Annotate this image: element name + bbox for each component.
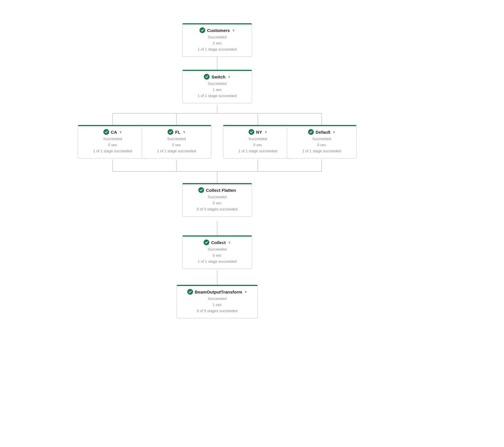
default-status: Succeeded 0 sec 1 of 1 stage succeeded bbox=[291, 136, 353, 154]
chevron-ny[interactable]: ∨ bbox=[264, 130, 267, 134]
customers-title: Customers bbox=[207, 28, 230, 33]
ca-title: CA bbox=[111, 130, 117, 135]
node-ca-header: CA ∨ bbox=[82, 129, 144, 135]
check-icon-collect-flatten bbox=[198, 187, 204, 193]
node-fl[interactable]: FL ∨ Succeeded 0 sec 1 of 1 stage succee… bbox=[142, 125, 211, 158]
node-switch[interactable]: Switch ∨ Succeeded 1 sec 1 of 1 stage su… bbox=[182, 70, 252, 103]
switch-title: Switch bbox=[211, 74, 225, 79]
chevron-fl[interactable]: ∨ bbox=[183, 130, 186, 134]
check-icon-ny bbox=[249, 129, 254, 135]
chevron-collect[interactable]: ∨ bbox=[228, 240, 231, 244]
customers-status: Succeeded 2 sec 1 of 1 stage succeeded bbox=[186, 34, 248, 52]
node-customers-header: Customers ∨ bbox=[186, 27, 248, 33]
node-ny[interactable]: NY ∨ Succeeded 0 sec 1 of 1 stage succee… bbox=[223, 125, 293, 158]
node-collect-header: Collect ∨ bbox=[186, 239, 248, 245]
connectors bbox=[78, 9, 426, 439]
check-icon-beam-output bbox=[187, 289, 193, 295]
check-icon-fl bbox=[168, 129, 173, 135]
ca-status: Succeeded 0 sec 1 of 1 stage succeeded bbox=[82, 136, 144, 154]
check-icon-switch bbox=[204, 74, 210, 80]
switch-status: Succeeded 1 sec 1 of 1 stage succeeded bbox=[186, 81, 248, 99]
node-collect-flatten[interactable]: Collect Flatten Succeeded 0 sec 0 of 0 s… bbox=[182, 183, 252, 217]
beam-output-title: BeamOutputTransform bbox=[195, 289, 242, 294]
check-icon-collect bbox=[204, 239, 209, 245]
chevron-default[interactable]: ∨ bbox=[333, 130, 335, 134]
node-customers[interactable]: Customers ∨ Succeeded 2 sec 1 of 1 stage… bbox=[182, 23, 252, 57]
fl-status: Succeeded 0 sec 1 of 1 stage succeeded bbox=[145, 136, 208, 154]
collect-status: Succeeded 0 sec 1 of 1 stage succeeded bbox=[186, 246, 248, 264]
collect-flatten-title: Collect Flatten bbox=[206, 188, 236, 193]
node-ca[interactable]: CA ∨ Succeeded 0 sec 1 of 1 stage succee… bbox=[78, 125, 147, 158]
fl-title: FL bbox=[175, 130, 180, 135]
node-collect-flatten-header: Collect Flatten bbox=[186, 187, 248, 193]
collect-title: Collect bbox=[211, 240, 226, 245]
beam-output-status: Succeeded 1 sec 5 of 5 stages succeeded bbox=[180, 296, 254, 314]
node-beam-output-header: BeamOutputTransform ∨ bbox=[180, 289, 254, 295]
default-title: Default bbox=[316, 130, 330, 135]
check-icon-default bbox=[308, 129, 314, 135]
node-collect[interactable]: Collect ∨ Succeeded 0 sec 1 of 1 stage s… bbox=[182, 235, 252, 269]
node-fl-header: FL ∨ bbox=[145, 129, 208, 135]
node-default[interactable]: Default ∨ Succeeded 0 sec 1 of 1 stage s… bbox=[287, 125, 357, 158]
pipeline-diagram: Customers ∨ Succeeded 2 sec 1 of 1 stage… bbox=[78, 9, 426, 439]
check-icon-ca bbox=[103, 129, 109, 135]
collect-flatten-status: Succeeded 0 sec 0 of 0 stages succeeded bbox=[186, 194, 248, 212]
chevron-beam-output[interactable]: ∨ bbox=[244, 290, 247, 294]
chevron-ca[interactable]: ∨ bbox=[119, 130, 122, 134]
chevron-customers[interactable]: ∨ bbox=[232, 28, 235, 32]
node-beam-output[interactable]: BeamOutputTransform ∨ Succeeded 1 sec 5 … bbox=[177, 285, 258, 318]
node-switch-header: Switch ∨ bbox=[186, 74, 248, 80]
node-default-header: Default ∨ bbox=[291, 129, 353, 135]
chevron-switch[interactable]: ∨ bbox=[228, 75, 231, 79]
ny-title: NY bbox=[256, 130, 262, 135]
node-ny-header: NY ∨ bbox=[227, 129, 289, 135]
ny-status: Succeeded 0 sec 1 of 1 stage succeeded bbox=[227, 136, 289, 154]
check-icon-customers bbox=[199, 27, 205, 33]
